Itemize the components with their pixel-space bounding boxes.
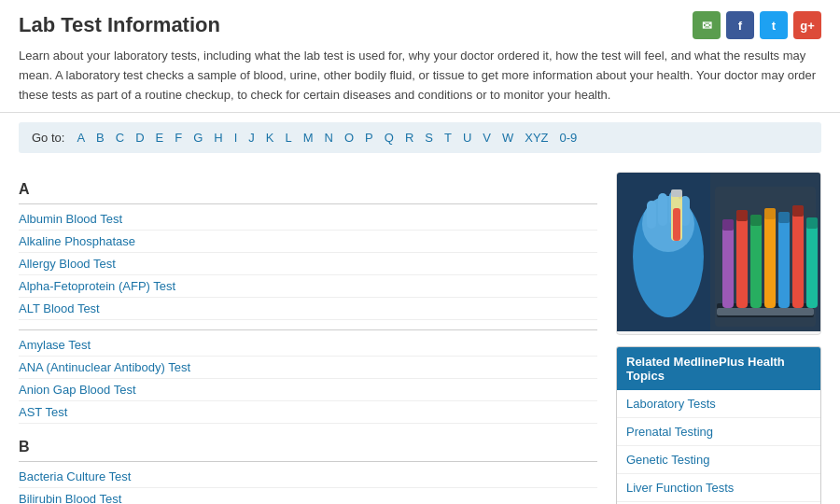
svg-rect-22 xyxy=(778,212,790,223)
alpha-link-Q[interactable]: Q xyxy=(382,130,397,146)
related-topics-box: Related MedlinePlus Health Topics Labora… xyxy=(616,346,821,504)
svg-rect-13 xyxy=(722,219,734,308)
svg-rect-20 xyxy=(764,208,776,219)
svg-rect-21 xyxy=(778,212,790,308)
goto-label: Go to: xyxy=(32,131,64,145)
link-allergy-blood-test[interactable]: Allergy Blood Test xyxy=(19,253,597,275)
svg-rect-14 xyxy=(722,219,734,231)
alpha-link-M[interactable]: M xyxy=(301,130,316,146)
svg-rect-5 xyxy=(658,193,667,226)
link-alt-blood-test[interactable]: ALT Blood Test xyxy=(19,298,597,320)
alpha-link-W[interactable]: W xyxy=(499,130,516,146)
section-letter-A: A xyxy=(19,181,597,198)
link-alpha-fetoprotein[interactable]: Alpha-Fetoprotein (AFP) Test xyxy=(19,275,597,298)
alpha-link-A[interactable]: A xyxy=(74,130,88,146)
alpha-link-B[interactable]: B xyxy=(93,130,107,146)
svg-rect-24 xyxy=(792,205,804,217)
twitter-share-button[interactable]: t xyxy=(760,11,788,39)
alpha-link-E[interactable]: E xyxy=(153,130,167,146)
related-link-genetic-testing[interactable]: Genetic Testing xyxy=(617,446,820,474)
googleplus-share-button[interactable]: g+ xyxy=(793,11,821,39)
svg-rect-16 xyxy=(736,210,748,221)
related-link-laboratory-tests[interactable]: Laboratory Tests xyxy=(617,390,820,418)
lab-image-box xyxy=(616,172,821,335)
svg-rect-4 xyxy=(647,201,656,229)
alpha-link-R[interactable]: R xyxy=(402,130,416,146)
left-column: A Albumin Blood Test Alkaline Phosphatas… xyxy=(19,172,597,504)
intro-text: Learn about your laboratory tests, inclu… xyxy=(19,47,821,105)
alpha-link-O[interactable]: O xyxy=(342,130,357,146)
alpha-link-V[interactable]: V xyxy=(480,130,494,146)
social-icons-group: ✉ f t g+ xyxy=(693,11,821,39)
related-link-prenatal-testing[interactable]: Prenatal Testing xyxy=(617,418,820,446)
alphabet-nav: Go to: A B C D E F G H I J K L M N O P Q… xyxy=(19,122,821,153)
facebook-share-button[interactable]: f xyxy=(726,11,754,39)
alpha-link-XYZ[interactable]: XYZ xyxy=(522,130,551,146)
related-topics-list: Laboratory Tests Prenatal Testing Geneti… xyxy=(617,390,820,504)
link-bilirubin-blood[interactable]: Bilirubin Blood Test xyxy=(19,488,597,504)
svg-rect-27 xyxy=(717,308,814,315)
alpha-link-D[interactable]: D xyxy=(133,130,147,146)
alpha-link-N[interactable]: N xyxy=(322,130,336,146)
alpha-link-K[interactable]: K xyxy=(263,130,277,146)
related-topics-header: Related MedlinePlus Health Topics xyxy=(617,347,820,390)
svg-rect-23 xyxy=(792,205,804,308)
right-column: Related MedlinePlus Health Topics Labora… xyxy=(616,172,821,504)
svg-rect-10 xyxy=(671,189,682,197)
link-alkaline-phosphatase[interactable]: Alkaline Phosphatase xyxy=(19,231,597,253)
alpha-link-G[interactable]: G xyxy=(190,130,205,146)
link-albumin-blood-test[interactable]: Albumin Blood Test xyxy=(19,208,597,231)
section-A-links: Albumin Blood Test Alkaline Phosphatase … xyxy=(19,203,597,320)
alpha-link-I[interactable]: I xyxy=(231,130,241,146)
alpha-link-T[interactable]: T xyxy=(441,130,455,146)
lab-image xyxy=(617,173,821,331)
link-anion-gap[interactable]: Anion Gap Blood Test xyxy=(19,379,597,401)
alpha-link-L[interactable]: L xyxy=(282,130,294,146)
section-A-links-2: Amylase Test ANA (Antinuclear Antibody) … xyxy=(19,329,597,424)
alpha-link-S[interactable]: S xyxy=(422,130,436,146)
related-link-liver-function[interactable]: Liver Function Tests xyxy=(617,474,820,502)
link-ast-test[interactable]: AST Test xyxy=(19,401,597,424)
link-ana-test[interactable]: ANA (Antinuclear Antibody) Test xyxy=(19,357,597,379)
svg-rect-18 xyxy=(750,215,762,226)
svg-rect-25 xyxy=(806,217,818,308)
svg-rect-9 xyxy=(673,208,680,241)
section-B-links: Bacteria Culture Test Bilirubin Blood Te… xyxy=(19,461,597,504)
alpha-link-P[interactable]: P xyxy=(362,130,376,146)
alpha-link-09[interactable]: 0-9 xyxy=(557,130,581,146)
section-letter-B: B xyxy=(19,439,597,455)
alpha-link-U[interactable]: U xyxy=(460,130,474,146)
svg-rect-26 xyxy=(806,217,818,229)
alpha-link-J[interactable]: J xyxy=(245,130,258,146)
alpha-link-C[interactable]: C xyxy=(113,130,127,146)
alpha-link-H[interactable]: H xyxy=(211,130,225,146)
svg-rect-19 xyxy=(764,208,776,308)
link-amylase-test[interactable]: Amylase Test xyxy=(19,334,597,357)
alpha-link-F[interactable]: F xyxy=(172,130,185,146)
page-title: Lab Test Information xyxy=(19,13,220,37)
svg-rect-17 xyxy=(750,215,762,308)
link-bacteria-culture[interactable]: Bacteria Culture Test xyxy=(19,466,597,488)
svg-rect-15 xyxy=(736,210,748,308)
email-share-button[interactable]: ✉ xyxy=(693,11,721,39)
